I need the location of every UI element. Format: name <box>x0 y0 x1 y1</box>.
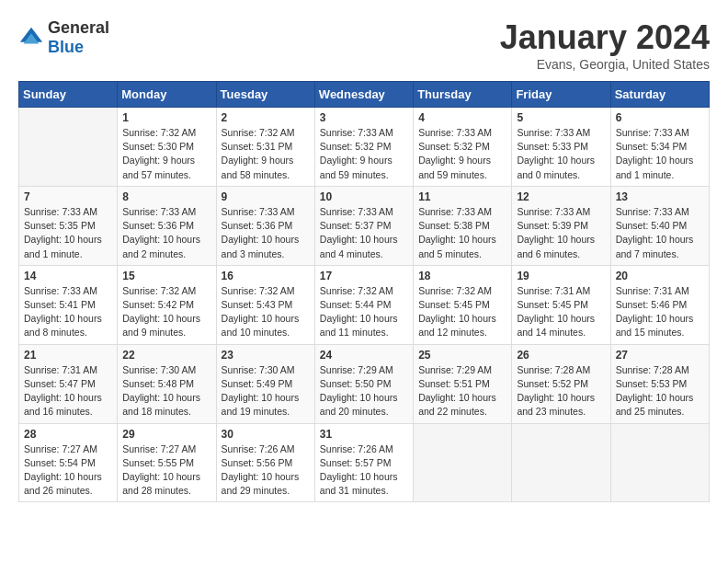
day-info: Sunrise: 7:29 AMSunset: 5:51 PMDaylight:… <box>418 363 506 419</box>
day-number: 21 <box>24 349 112 362</box>
day-number: 7 <box>24 190 112 203</box>
header-wednesday: Wednesday <box>314 82 413 108</box>
calendar-cell: 8Sunrise: 7:33 AMSunset: 5:36 PMDaylight… <box>118 186 216 265</box>
day-info: Sunrise: 7:31 AMSunset: 5:45 PMDaylight:… <box>517 284 605 340</box>
calendar-cell: 17Sunrise: 7:32 AMSunset: 5:44 PMDayligh… <box>314 265 413 344</box>
day-info: Sunrise: 7:33 AMSunset: 5:35 PMDaylight:… <box>24 205 112 261</box>
calendar-cell: 18Sunrise: 7:32 AMSunset: 5:45 PMDayligh… <box>414 265 512 344</box>
day-info: Sunrise: 7:33 AMSunset: 5:34 PMDaylight:… <box>616 126 704 182</box>
calendar-cell: 30Sunrise: 7:26 AMSunset: 5:56 PMDayligh… <box>216 423 314 502</box>
day-info: Sunrise: 7:33 AMSunset: 5:38 PMDaylight:… <box>418 205 506 261</box>
calendar-cell: 11Sunrise: 7:33 AMSunset: 5:38 PMDayligh… <box>414 186 512 265</box>
day-number: 11 <box>418 190 506 203</box>
day-number: 30 <box>222 428 310 441</box>
calendar-cell: 25Sunrise: 7:29 AMSunset: 5:51 PMDayligh… <box>414 344 512 423</box>
calendar-cell: 9Sunrise: 7:33 AMSunset: 5:36 PMDaylight… <box>216 186 314 265</box>
calendar-cell: 12Sunrise: 7:33 AMSunset: 5:39 PMDayligh… <box>512 186 610 265</box>
calendar-cell: 23Sunrise: 7:30 AMSunset: 5:49 PMDayligh… <box>216 344 314 423</box>
calendar-cell: 14Sunrise: 7:33 AMSunset: 5:41 PMDayligh… <box>19 265 118 344</box>
day-number: 23 <box>222 349 310 362</box>
day-number: 19 <box>517 270 605 282</box>
day-info: Sunrise: 7:32 AMSunset: 5:42 PMDaylight:… <box>122 284 210 340</box>
calendar-cell <box>610 423 709 502</box>
calendar-cell: 21Sunrise: 7:31 AMSunset: 5:47 PMDayligh… <box>19 344 118 423</box>
calendar-cell <box>512 423 610 502</box>
calendar-cell: 28Sunrise: 7:27 AMSunset: 5:54 PMDayligh… <box>19 423 118 502</box>
day-number: 2 <box>222 111 310 124</box>
day-number: 24 <box>320 349 408 362</box>
calendar-week-1: 1Sunrise: 7:32 AMSunset: 5:30 PMDaylight… <box>19 108 710 187</box>
calendar-week-5: 28Sunrise: 7:27 AMSunset: 5:54 PMDayligh… <box>19 423 710 502</box>
title-section: January 2024 Evans, Georgia, United Stat… <box>500 18 710 72</box>
day-info: Sunrise: 7:32 AMSunset: 5:45 PMDaylight:… <box>418 284 506 340</box>
header-tuesday: Tuesday <box>216 82 314 108</box>
day-number: 12 <box>517 190 605 203</box>
day-number: 18 <box>418 270 506 282</box>
day-number: 8 <box>122 190 210 203</box>
calendar-cell: 7Sunrise: 7:33 AMSunset: 5:35 PMDaylight… <box>19 186 118 265</box>
day-info: Sunrise: 7:27 AMSunset: 5:55 PMDaylight:… <box>122 442 210 499</box>
logo: General Blue <box>18 18 109 57</box>
day-info: Sunrise: 7:30 AMSunset: 5:48 PMDaylight:… <box>122 363 210 419</box>
header-friday: Friday <box>512 82 610 108</box>
day-number: 3 <box>320 111 408 124</box>
day-number: 6 <box>616 111 704 124</box>
logo-icon <box>18 25 44 51</box>
calendar-cell: 5Sunrise: 7:33 AMSunset: 5:33 PMDaylight… <box>512 108 610 187</box>
calendar-cell: 19Sunrise: 7:31 AMSunset: 5:45 PMDayligh… <box>512 265 610 344</box>
calendar-header-row: SundayMondayTuesdayWednesdayThursdayFrid… <box>19 82 710 108</box>
day-number: 5 <box>517 111 605 124</box>
day-info: Sunrise: 7:33 AMSunset: 5:33 PMDaylight:… <box>517 126 605 182</box>
calendar-cell: 13Sunrise: 7:33 AMSunset: 5:40 PMDayligh… <box>610 186 709 265</box>
day-info: Sunrise: 7:27 AMSunset: 5:54 PMDaylight:… <box>24 442 112 499</box>
day-number: 1 <box>122 111 210 124</box>
logo-general: General <box>48 18 109 37</box>
day-info: Sunrise: 7:32 AMSunset: 5:30 PMDaylight:… <box>122 126 210 182</box>
day-number: 25 <box>418 349 506 362</box>
day-info: Sunrise: 7:26 AMSunset: 5:56 PMDaylight:… <box>222 442 310 499</box>
calendar-cell: 29Sunrise: 7:27 AMSunset: 5:55 PMDayligh… <box>118 423 216 502</box>
calendar-cell: 26Sunrise: 7:28 AMSunset: 5:52 PMDayligh… <box>512 344 610 423</box>
day-info: Sunrise: 7:28 AMSunset: 5:53 PMDaylight:… <box>616 363 704 419</box>
day-number: 17 <box>320 270 408 282</box>
subtitle: Evans, Georgia, United States <box>500 57 710 72</box>
calendar-cell: 6Sunrise: 7:33 AMSunset: 5:34 PMDaylight… <box>610 108 709 187</box>
calendar-cell: 1Sunrise: 7:32 AMSunset: 5:30 PMDaylight… <box>118 108 216 187</box>
calendar-cell: 24Sunrise: 7:29 AMSunset: 5:50 PMDayligh… <box>314 344 413 423</box>
day-number: 15 <box>122 270 210 282</box>
day-number: 16 <box>222 270 310 282</box>
day-info: Sunrise: 7:33 AMSunset: 5:36 PMDaylight:… <box>122 205 210 261</box>
day-number: 4 <box>418 111 506 124</box>
header-monday: Monday <box>118 82 216 108</box>
day-info: Sunrise: 7:29 AMSunset: 5:50 PMDaylight:… <box>320 363 408 419</box>
calendar-cell: 2Sunrise: 7:32 AMSunset: 5:31 PMDaylight… <box>216 108 314 187</box>
day-info: Sunrise: 7:28 AMSunset: 5:52 PMDaylight:… <box>517 363 605 419</box>
calendar-cell <box>414 423 512 502</box>
calendar-cell: 10Sunrise: 7:33 AMSunset: 5:37 PMDayligh… <box>314 186 413 265</box>
day-info: Sunrise: 7:31 AMSunset: 5:46 PMDaylight:… <box>616 284 704 340</box>
calendar-cell: 20Sunrise: 7:31 AMSunset: 5:46 PMDayligh… <box>610 265 709 344</box>
day-number: 14 <box>24 270 112 282</box>
header-sunday: Sunday <box>19 82 118 108</box>
calendar-cell: 27Sunrise: 7:28 AMSunset: 5:53 PMDayligh… <box>610 344 709 423</box>
day-info: Sunrise: 7:33 AMSunset: 5:32 PMDaylight:… <box>418 126 506 182</box>
calendar-cell: 22Sunrise: 7:30 AMSunset: 5:48 PMDayligh… <box>118 344 216 423</box>
main-title: January 2024 <box>500 18 710 57</box>
day-number: 22 <box>122 349 210 362</box>
day-number: 27 <box>616 349 704 362</box>
day-info: Sunrise: 7:30 AMSunset: 5:49 PMDaylight:… <box>222 363 310 419</box>
calendar-cell: 15Sunrise: 7:32 AMSunset: 5:42 PMDayligh… <box>118 265 216 344</box>
header-saturday: Saturday <box>610 82 709 108</box>
day-info: Sunrise: 7:33 AMSunset: 5:32 PMDaylight:… <box>320 126 408 182</box>
calendar-week-2: 7Sunrise: 7:33 AMSunset: 5:35 PMDaylight… <box>19 186 710 265</box>
day-number: 29 <box>122 428 210 441</box>
logo-blue: Blue <box>48 38 84 56</box>
day-info: Sunrise: 7:32 AMSunset: 5:43 PMDaylight:… <box>222 284 310 340</box>
day-info: Sunrise: 7:26 AMSunset: 5:57 PMDaylight:… <box>320 442 408 499</box>
page-header: General Blue January 2024 Evans, Georgia… <box>18 18 710 72</box>
day-number: 9 <box>222 190 310 203</box>
header-thursday: Thursday <box>414 82 512 108</box>
calendar-cell <box>19 108 118 187</box>
day-info: Sunrise: 7:32 AMSunset: 5:31 PMDaylight:… <box>222 126 310 182</box>
calendar-cell: 3Sunrise: 7:33 AMSunset: 5:32 PMDaylight… <box>314 108 413 187</box>
